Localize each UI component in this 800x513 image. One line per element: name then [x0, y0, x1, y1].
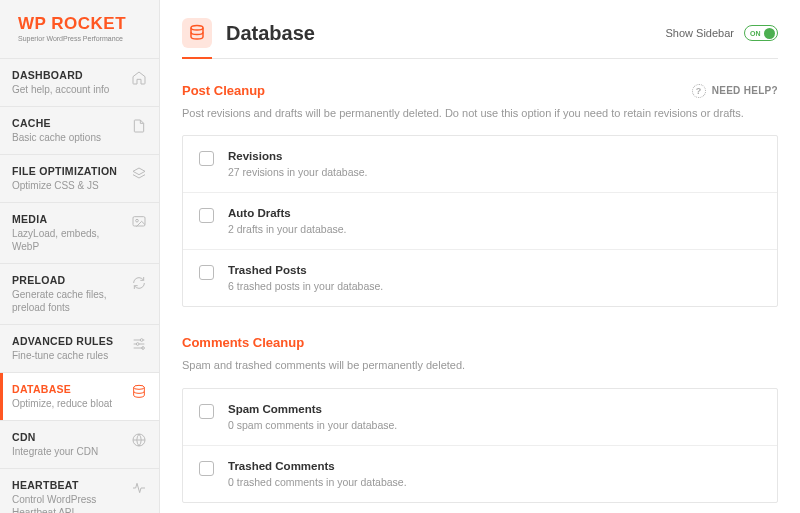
sidebar-item-title: DASHBOARD: [12, 69, 125, 81]
option-info: 0 spam comments in your database.: [228, 419, 397, 431]
database-icon: [131, 384, 147, 400]
layers-icon: [131, 166, 147, 182]
sidebar-item-media[interactable]: MEDIALazyLoad, embeds, WebP: [0, 203, 159, 264]
svg-point-3: [136, 343, 139, 346]
option-label: Spam Comments: [228, 403, 397, 415]
section-description: Post revisions and drafts will be perman…: [182, 106, 778, 121]
sidebar-item-database[interactable]: DATABASEOptimize, reduce bloat: [0, 373, 159, 421]
sidebar-item-title: DATABASE: [12, 383, 125, 395]
options-container: Spam Comments0 spam comments in your dat…: [182, 388, 778, 503]
section-description: Spam and trashed comments will be perman…: [182, 358, 778, 373]
need-help-link[interactable]: ?NEED HELP?: [692, 84, 778, 98]
svg-point-5: [134, 385, 145, 389]
file-icon: [131, 118, 147, 134]
sliders-icon: [131, 336, 147, 352]
sidebar-item-title: ADVANCED RULES: [12, 335, 125, 347]
sidebar-item-subtitle: Control WordPress Heartbeat API: [12, 493, 125, 513]
sidebar-item-file-optimization[interactable]: FILE OPTIMIZATIONOptimize CSS & JS: [0, 155, 159, 203]
options-container: Revisions27 revisions in your database.A…: [182, 135, 778, 307]
section-comments-cleanup: Comments CleanupSpam and trashed comment…: [182, 335, 778, 502]
option-info: 6 trashed posts in your database.: [228, 280, 383, 292]
home-icon: [131, 70, 147, 86]
brand-name: WP ROCKET: [18, 14, 141, 34]
sidebar-item-dashboard[interactable]: DASHBOARDGet help, account info: [0, 59, 159, 107]
option-spam-comments: Spam Comments0 spam comments in your dat…: [183, 389, 777, 446]
show-sidebar-toggle[interactable]: ON: [744, 25, 778, 41]
show-sidebar-label: Show Sidebar: [666, 27, 735, 39]
svg-point-7: [191, 26, 203, 31]
checkbox[interactable]: [199, 208, 214, 223]
globe-icon: [131, 432, 147, 448]
section-title: Comments Cleanup: [182, 335, 304, 350]
option-label: Trashed Posts: [228, 264, 383, 276]
option-trashed-comments: Trashed Comments0 trashed comments in yo…: [183, 446, 777, 502]
option-label: Auto Drafts: [228, 207, 347, 219]
option-info: 2 drafts in your database.: [228, 223, 347, 235]
sidebar-item-heartbeat[interactable]: HEARTBEATControl WordPress Heartbeat API: [0, 469, 159, 513]
database-icon: [182, 18, 212, 48]
sidebar: WP ROCKET Superior WordPress Performance…: [0, 0, 160, 513]
checkbox[interactable]: [199, 265, 214, 280]
sidebar-item-cdn[interactable]: CDNIntegrate your CDN: [0, 421, 159, 469]
refresh-icon: [131, 275, 147, 291]
brand-logo: WP ROCKET Superior WordPress Performance: [0, 0, 159, 59]
sidebar-item-subtitle: Optimize, reduce bloat: [12, 397, 125, 410]
svg-point-1: [136, 219, 139, 222]
help-icon: ?: [692, 84, 706, 98]
sidebar-item-title: MEDIA: [12, 213, 125, 225]
page-title: Database: [226, 22, 315, 45]
option-info: 0 trashed comments in your database.: [228, 476, 407, 488]
page-header: Database Show Sidebar ON: [182, 18, 778, 48]
sidebar-item-subtitle: Fine-tune cache rules: [12, 349, 125, 362]
sidebar-item-subtitle: Get help, account info: [12, 83, 125, 96]
brand-tagline: Superior WordPress Performance: [18, 35, 141, 42]
main-content: Database Show Sidebar ON Post Cleanup?NE…: [160, 0, 800, 513]
sidebar-item-cache[interactable]: CACHEBasic cache options: [0, 107, 159, 155]
sidebar-item-title: HEARTBEAT: [12, 479, 125, 491]
option-label: Trashed Comments: [228, 460, 407, 472]
option-auto-drafts: Auto Drafts2 drafts in your database.: [183, 193, 777, 250]
option-revisions: Revisions27 revisions in your database.: [183, 136, 777, 193]
sidebar-item-title: CDN: [12, 431, 125, 443]
image-icon: [131, 214, 147, 230]
checkbox[interactable]: [199, 461, 214, 476]
option-info: 27 revisions in your database.: [228, 166, 368, 178]
sidebar-item-title: FILE OPTIMIZATION: [12, 165, 125, 177]
sidebar-item-title: CACHE: [12, 117, 125, 129]
sidebar-item-subtitle: LazyLoad, embeds, WebP: [12, 227, 125, 253]
sidebar-item-subtitle: Optimize CSS & JS: [12, 179, 125, 192]
sidebar-item-title: PRELOAD: [12, 274, 125, 286]
svg-point-2: [140, 339, 143, 342]
sidebar-item-subtitle: Generate cache files, preload fonts: [12, 288, 125, 314]
sidebar-item-preload[interactable]: PRELOADGenerate cache files, preload fon…: [0, 264, 159, 325]
checkbox[interactable]: [199, 151, 214, 166]
pulse-icon: [131, 480, 147, 496]
sidebar-item-subtitle: Basic cache options: [12, 131, 125, 144]
section-post-cleanup: Post Cleanup?NEED HELP?Post revisions an…: [182, 83, 778, 307]
option-trashed-posts: Trashed Posts6 trashed posts in your dat…: [183, 250, 777, 306]
section-title: Post Cleanup: [182, 83, 265, 98]
tab-indicator: [182, 58, 778, 59]
checkbox[interactable]: [199, 404, 214, 419]
option-label: Revisions: [228, 150, 368, 162]
sidebar-item-subtitle: Integrate your CDN: [12, 445, 125, 458]
sidebar-item-advanced-rules[interactable]: ADVANCED RULESFine-tune cache rules: [0, 325, 159, 373]
